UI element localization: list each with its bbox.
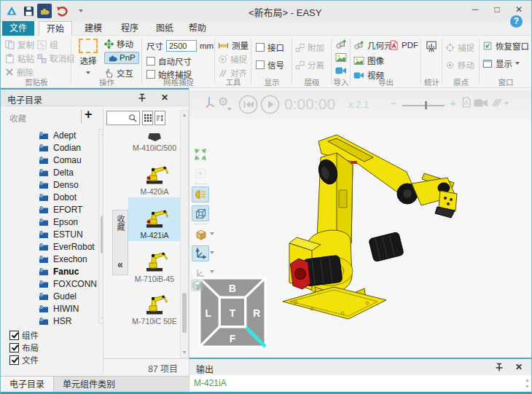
group-button[interactable]: 组 bbox=[37, 39, 58, 50]
minimize-button[interactable]: ─ bbox=[464, 1, 486, 18]
paste-button[interactable]: 粘贴 bbox=[5, 52, 34, 64]
list-item-selected[interactable]: M-421iA bbox=[128, 197, 181, 241]
viewport-settings-gear-icon[interactable]: ⚙ bbox=[218, 95, 228, 109]
display-window-button[interactable]: 显示 bbox=[482, 58, 520, 69]
export-pdf-button[interactable]: PDF bbox=[389, 39, 418, 51]
record-video-icon[interactable] bbox=[474, 98, 488, 108]
speed-slider[interactable] bbox=[402, 105, 445, 106]
import-geometry-button[interactable] bbox=[335, 39, 347, 50]
list-item-partial[interactable]: M-410iC/500 bbox=[128, 130, 181, 154]
list-item[interactable]: M-710iC 50E bbox=[128, 285, 181, 327]
import-image-button[interactable] bbox=[335, 52, 347, 63]
speed-plus-button[interactable]: + bbox=[450, 97, 456, 109]
close-panel-icon[interactable]: ✕ bbox=[161, 92, 168, 103]
undo-icon[interactable] bbox=[55, 4, 69, 18]
collapse-arrow-icon[interactable]: « bbox=[117, 259, 123, 270]
list-item[interactable]: M-710iB-45 bbox=[128, 241, 181, 285]
scroll-down-icon[interactable]: ▼ bbox=[181, 348, 188, 357]
signal-checkbox[interactable]: 信号 bbox=[256, 59, 284, 71]
pin-icon[interactable] bbox=[495, 363, 504, 372]
export-pdf-view-icon[interactable] bbox=[461, 97, 472, 108]
scroll-down-icon[interactable]: ▼ bbox=[525, 384, 530, 389]
tab-model[interactable]: 建模 bbox=[78, 21, 109, 36]
tree-item[interactable]: HSR bbox=[39, 315, 97, 327]
render-mode-button[interactable] bbox=[192, 226, 209, 243]
copy-button[interactable]: 复制 bbox=[5, 39, 34, 50]
tree-item-selected[interactable]: Fanuc bbox=[39, 265, 97, 277]
tree-item[interactable]: Dobot bbox=[39, 191, 97, 203]
local-frame-dropdown-icon[interactable] bbox=[210, 270, 214, 273]
tree-item[interactable]: EverRobot bbox=[39, 240, 97, 253]
rewind-button[interactable] bbox=[238, 95, 258, 114]
attach-button[interactable]: 附加 bbox=[295, 42, 324, 53]
headlight-toggle-button[interactable] bbox=[192, 186, 209, 202]
filter-files-checkbox[interactable]: 文件 bbox=[9, 354, 39, 366]
tab-program[interactable]: 程序 bbox=[114, 21, 145, 36]
export-image-button[interactable]: 图像 bbox=[353, 55, 384, 66]
navigation-cube[interactable]: B L T R F bbox=[197, 276, 268, 349]
export-geometry-button[interactable]: 几何元 bbox=[353, 39, 393, 51]
grid-view-button[interactable] bbox=[142, 111, 153, 125]
gear-dropdown-icon[interactable] bbox=[227, 108, 232, 111]
markup-dropdown-icon[interactable] bbox=[504, 102, 509, 105]
tab-unit-component-category[interactable]: 单元组件类别 bbox=[54, 377, 124, 393]
tree-item[interactable]: HIWIN bbox=[39, 302, 97, 315]
sort-button[interactable] bbox=[154, 111, 165, 125]
tree-item[interactable]: Delta bbox=[39, 166, 97, 178]
tab-drawing[interactable]: 图纸 bbox=[151, 21, 179, 36]
pnp-mode-icon[interactable] bbox=[37, 4, 52, 18]
ungroup-button[interactable]: 取消组 bbox=[37, 52, 75, 64]
tab-help[interactable]: 帮助 bbox=[183, 21, 212, 36]
auto-size-checkbox[interactable]: 自动尺寸 bbox=[146, 55, 192, 67]
viewport-3d[interactable]: ⚙ 0:00:00 x 2.1 − + bbox=[189, 88, 532, 358]
speed-minus-button[interactable]: − bbox=[391, 97, 397, 109]
restore-window-button[interactable]: 恢复窗口 bbox=[482, 40, 529, 52]
snap-button[interactable]: 捕捉 bbox=[218, 53, 247, 65]
tree-item[interactable]: Comau bbox=[39, 154, 97, 166]
quick-access-dropdown-icon[interactable] bbox=[74, 4, 88, 18]
move-button[interactable]: 移动 bbox=[104, 38, 133, 50]
pin-icon[interactable] bbox=[138, 93, 146, 103]
robot-3d-model[interactable] bbox=[264, 121, 468, 325]
scroll-up-icon[interactable]: ▲ bbox=[525, 377, 530, 382]
zoom-selection-button[interactable] bbox=[192, 165, 209, 181]
play-button[interactable] bbox=[260, 95, 280, 114]
grid-size-input[interactable] bbox=[166, 40, 197, 52]
tree-item[interactable]: Codian bbox=[39, 141, 97, 154]
select-button[interactable]: 选择 bbox=[75, 37, 101, 76]
tree-item[interactable]: Epson bbox=[39, 216, 97, 228]
output-scroll-arrows[interactable]: ▲ ▼ bbox=[525, 377, 530, 390]
add-favorite-button[interactable]: + bbox=[85, 107, 93, 122]
scrollbar-thumb[interactable] bbox=[182, 293, 187, 333]
speed-slider-handle[interactable] bbox=[425, 101, 427, 109]
tree-item[interactable]: ESTUN bbox=[39, 228, 97, 240]
tab-start[interactable]: 开始 bbox=[39, 21, 72, 36]
tree-item[interactable]: Gudel bbox=[39, 290, 97, 302]
tree-item[interactable]: FOXCONN bbox=[39, 277, 97, 290]
markup-tools-icon[interactable] bbox=[491, 97, 503, 108]
tab-file[interactable]: 文件 bbox=[2, 21, 34, 36]
filter-layout-checkbox[interactable]: 布局 bbox=[9, 342, 39, 353]
tree-item[interactable]: EFORT bbox=[39, 203, 97, 216]
tree-item[interactable]: Adept bbox=[39, 129, 97, 141]
origin-snap-button[interactable]: 捕捉 bbox=[445, 42, 474, 53]
world-frame-button[interactable] bbox=[192, 245, 209, 261]
zoom-fit-button[interactable] bbox=[192, 146, 209, 162]
tab-e-catalog[interactable]: 电子目录 bbox=[1, 377, 54, 393]
wireframe-cube-button[interactable] bbox=[192, 205, 209, 221]
save-icon[interactable] bbox=[21, 4, 36, 18]
detach-button[interactable]: 分离 bbox=[295, 59, 324, 71]
statistics-button[interactable] bbox=[425, 40, 438, 53]
scroll-up-icon[interactable]: ▲ bbox=[181, 111, 188, 119]
thumbnail-scrollbar[interactable]: ▲ ▼ bbox=[180, 110, 189, 358]
help-button[interactable]: ? bbox=[510, 15, 523, 28]
tree-item[interactable]: Denso bbox=[39, 178, 97, 191]
interface-checkbox[interactable]: 接口 bbox=[256, 42, 284, 53]
measure-button[interactable]: 测量 bbox=[218, 39, 249, 51]
favorites-collapse-tab[interactable]: 收藏 « bbox=[112, 210, 128, 275]
list-item[interactable]: M-420iA bbox=[128, 154, 181, 197]
output-panel-body[interactable]: M-421iA ▲ ▼ bbox=[189, 375, 532, 393]
pnp-button[interactable]: PnP bbox=[104, 52, 139, 63]
maximize-button[interactable]: □ bbox=[486, 1, 508, 18]
origin-move-button[interactable]: 移动 bbox=[445, 59, 474, 71]
